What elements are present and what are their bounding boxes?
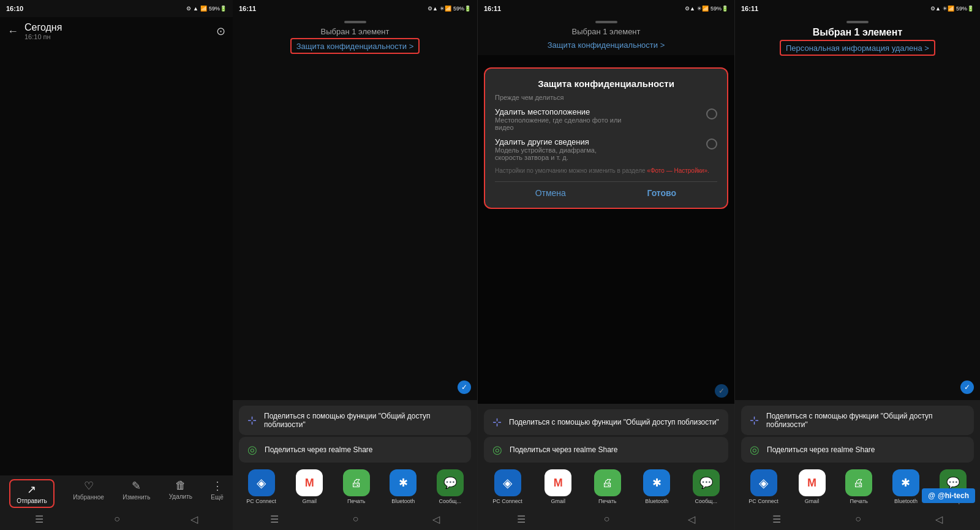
sub-title-1: 16:10 пн [24, 33, 62, 40]
privacy-link-4[interactable]: Персональная информация удалена > [780, 40, 935, 56]
sms-icon-3: 💬 [693, 469, 720, 496]
sms-label-2: Сообщ... [439, 498, 461, 504]
realme-option-2[interactable]: ◎ Поделиться через realme Share [239, 437, 471, 463]
more-action[interactable]: ⋮ Ещё [211, 479, 223, 508]
nav-home-icon-2[interactable]: ○ [353, 513, 359, 525]
app-row-3: ◈ PC Connect M Gmail 🖨 Печать ✱ Bluetoot… [478, 464, 734, 507]
status-icons-4: ⚙▲ ✳📶 59%🔋 [930, 6, 974, 12]
app-sms-2[interactable]: 💬 Сообщ... [437, 469, 464, 504]
cancel-button-3[interactable]: Отмена [495, 188, 606, 198]
selected-header-2: Выбран 1 элемент Защита конфиденциальнос… [233, 25, 477, 58]
bt-icon-3: ✳📶 [697, 6, 709, 12]
realme-option-4[interactable]: ◎ Поделиться через realme Share [741, 437, 974, 463]
nearby-option-2[interactable]: ⊹ Поделиться с помощью функции "Общий до… [239, 406, 471, 435]
actions-row: ↗ Отправить ♡ Избранное ✎ Изменить 🗑 Уда… [0, 475, 233, 510]
phone-panel-4: 16:11 ⚙▲ ✳📶 59%🔋 Выбран 1 элемент Персон… [735, 0, 980, 530]
radio-btn-1-3[interactable] [706, 108, 717, 119]
pcconnect-icon-2: ◈ [248, 469, 275, 496]
app-gmail-4[interactable]: M Gmail [799, 469, 826, 504]
nav-back-icon-2[interactable]: ◁ [432, 513, 440, 525]
pcconnect-icon-4: ◈ [750, 469, 777, 496]
bluetooth-icon-4: ✱ [892, 469, 919, 496]
nav-menu-icon[interactable]: ☰ [35, 513, 43, 525]
scan-icon-1[interactable]: ⊙ [216, 25, 225, 38]
more-icon: ⋮ [212, 479, 223, 493]
privacy-link-3[interactable]: Защита конфиденциальности > [544, 38, 669, 51]
realme-label-3: Поделиться через realme Share [510, 445, 617, 454]
gmail-label-2: Gmail [302, 498, 317, 504]
print-label-4: Печать [850, 498, 868, 504]
app-gmail-2[interactable]: M Gmail [296, 469, 323, 504]
realme-option-3[interactable]: ◎ Поделиться через realme Share [484, 437, 728, 463]
bluetooth-label-2: Bluetooth [391, 498, 415, 504]
app-pcconnect-2[interactable]: ◈ PC Connect [246, 469, 276, 504]
app-print-2[interactable]: 🖨 Печать [343, 469, 370, 504]
footer-link-3[interactable]: «Фото — Настройки». [647, 167, 709, 174]
gmail-icon-4: M [799, 469, 826, 496]
favorites-icon: ♡ [84, 479, 94, 493]
nav-menu-icon-4[interactable]: ☰ [772, 513, 781, 525]
app-bluetooth-2[interactable]: ✱ Bluetooth [390, 469, 417, 504]
pcconnect-icon-3: ◈ [494, 469, 521, 496]
nav-back-icon-4[interactable]: ◁ [935, 513, 943, 525]
delete-icon: 🗑 [175, 479, 186, 492]
wifi-icon: 📶 [200, 6, 207, 12]
status-icons-2: ⚙▲ ✳📶 59%🔋 [428, 6, 471, 12]
nearby-option-3[interactable]: ⊹ Поделиться с помощью функции "Общий до… [484, 409, 728, 435]
nav-home-icon-3[interactable]: ○ [604, 513, 610, 525]
status-time-4: 16:11 [741, 5, 758, 12]
nav-bar-3: ☰ ○ ◁ [478, 510, 734, 530]
nearby-option-4[interactable]: ⊹ Поделиться с помощью функции "Общий до… [741, 406, 974, 435]
nav-back-icon[interactable]: ◁ [190, 513, 198, 525]
realme-label-4: Поделиться через realme Share [767, 445, 875, 454]
alert-icon: ▲ [193, 6, 198, 12]
done-button-3[interactable]: Готово [606, 188, 718, 198]
app-sms-3[interactable]: 💬 Сообщ... [693, 469, 720, 504]
blue-check-2: ✓ [458, 380, 471, 394]
privacy-modal-3: Защита конфиденциальности Прежде чем дел… [484, 67, 728, 209]
nav-menu-icon-2[interactable]: ☰ [270, 513, 279, 525]
content-area-1 [0, 45, 233, 475]
nav-menu-icon-3[interactable]: ☰ [517, 513, 526, 525]
check-icon-2: ✓ [461, 383, 467, 392]
title-group-1: Сегодня 16:10 пн [24, 22, 62, 40]
realme-label-2: Поделиться через realme Share [265, 445, 372, 454]
bluetooth-label-4: Bluetooth [894, 498, 918, 504]
privacy-link-text-2: Защита конфиденциальности > [296, 42, 414, 51]
app-gmail-3[interactable]: M Gmail [545, 469, 571, 504]
app-pcconnect-3[interactable]: ◈ PC Connect [492, 469, 522, 504]
realme-icon-3: ◎ [492, 443, 502, 456]
edit-action[interactable]: ✎ Изменить [123, 479, 150, 508]
app-print-3[interactable]: 🖨 Печать [594, 469, 621, 504]
phone-panel-2: 16:11 ⚙▲ ✳📶 59%🔋 Выбран 1 элемент Защита… [233, 0, 478, 530]
back-arrow-1[interactable]: ← [7, 25, 18, 38]
option2-row-3: Удалить другие сведения Модель устройств… [495, 137, 717, 161]
delete-action[interactable]: 🗑 Удалить [169, 479, 192, 508]
sms-label-3: Сообщ... [695, 498, 717, 504]
battery-icon-3: 59%🔋 [710, 6, 728, 12]
bluetooth-icon-2: ✱ [390, 469, 417, 496]
share-action[interactable]: ↗ Отправить [9, 479, 55, 508]
dark-content-3: ✓ Защита конфиденциальности Прежде чем д… [478, 55, 734, 404]
sheet-handle-area-3 [478, 17, 734, 25]
footer-note-3: Настройки по умолчанию можно изменить в … [495, 167, 717, 174]
app-pcconnect-4[interactable]: ◈ PC Connect [748, 469, 778, 504]
edit-icon: ✎ [132, 479, 141, 493]
nav-home-icon[interactable]: ○ [114, 513, 120, 525]
favorites-action[interactable]: ♡ Избранное [73, 479, 104, 508]
nav-back-icon-3[interactable]: ◁ [688, 513, 695, 525]
selected-bold-4: Выбран 1 элемент [745, 27, 970, 38]
main-title-1: Сегодня [24, 22, 62, 33]
privacy-link-2[interactable]: Защита конфиденциальности > [290, 38, 420, 54]
option1-desc-3: Местоположение, где сделано фото или вид… [495, 116, 624, 131]
modal-actions-3: Отмена Готово [495, 181, 717, 198]
app-bluetooth-4[interactable]: ✱ Bluetooth [892, 469, 919, 504]
app-bluetooth-3[interactable]: ✱ Bluetooth [643, 469, 670, 504]
gmail-label-3: Gmail [551, 498, 565, 504]
app-print-4[interactable]: 🖨 Печать [845, 469, 872, 504]
nav-home-icon-4[interactable]: ○ [855, 513, 861, 525]
phone-panel-1: 16:10 ⚙ ▲ 📶 59%🔋 ← Сегодня 16:10 пн ⊙ ↗ … [0, 0, 233, 530]
radio-btn-2-3[interactable] [706, 138, 717, 150]
print-icon-2: 🖨 [343, 469, 370, 496]
bottom-bar-1: ↗ Отправить ♡ Избранное ✎ Изменить 🗑 Уда… [0, 475, 233, 530]
